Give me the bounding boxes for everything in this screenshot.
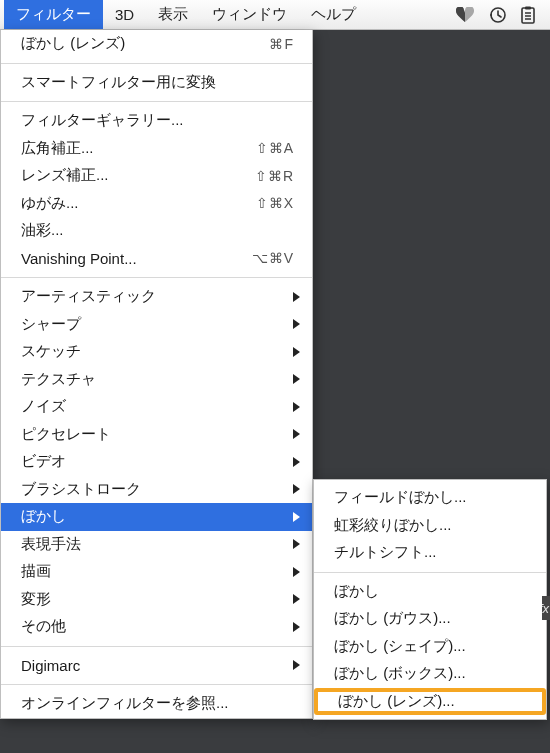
submenu-caret-icon — [293, 622, 300, 632]
filter-menu: ぼかし (レンズ) ⌘F スマートフィルター用に変換 フィルターギャラリー...… — [0, 30, 313, 719]
menu-item-label: フィルターギャラリー... — [21, 111, 294, 130]
menu-item-texture[interactable]: テクスチャ — [1, 366, 312, 394]
menu-item-label: ぼかし — [21, 507, 294, 526]
submenu-caret-icon — [293, 512, 300, 522]
menu-item-browse-online-filters[interactable]: オンラインフィルターを参照... — [1, 690, 312, 718]
menu-item-label: 広角補正... — [21, 139, 256, 158]
menu-item-label: フィールドぼかし... — [334, 488, 528, 507]
submenu-item-shape-blur[interactable]: ぼかし (シェイプ)... — [314, 633, 546, 661]
menu-item-shortcut: ⇧⌘R — [255, 168, 294, 184]
menu-separator — [1, 646, 312, 647]
menu-item-label: 描画 — [21, 562, 294, 581]
menu-item-filter-gallery[interactable]: フィルターギャラリー... — [1, 107, 312, 135]
menu-item-video[interactable]: ビデオ — [1, 448, 312, 476]
menu-item-label: テクスチャ — [21, 370, 294, 389]
submenu-item-lens-blur[interactable]: ぼかし (レンズ)... — [314, 688, 546, 716]
submenu-item-field-blur[interactable]: フィールドぼかし... — [314, 484, 546, 512]
menu-item-stylize[interactable]: 表現手法 — [1, 531, 312, 559]
menu-separator — [314, 572, 546, 573]
menu-item-label: 変形 — [21, 590, 294, 609]
menu-item-label: 油彩... — [21, 221, 294, 240]
menu-item-shortcut: ⌥⌘V — [252, 250, 294, 266]
submenu-caret-icon — [293, 402, 300, 412]
menu-item-label: ぼかし (レンズ) — [21, 34, 269, 53]
menu-separator — [1, 63, 312, 64]
menu-separator — [1, 277, 312, 278]
menu-item-label: チルトシフト... — [334, 543, 528, 562]
submenu-caret-icon — [293, 319, 300, 329]
fx-badge: fx — [542, 596, 550, 620]
heart-icon[interactable] — [456, 7, 474, 23]
menu-item-label: 虹彩絞りぼかし... — [334, 516, 528, 535]
menu-item-label: ぼかし (ガウス)... — [334, 609, 528, 628]
menu-item-label: ビデオ — [21, 452, 294, 471]
menu-item-other[interactable]: その他 — [1, 613, 312, 641]
menubar-item-window[interactable]: ウィンドウ — [200, 0, 299, 29]
menubar: フィルター 3D 表示 ウィンドウ ヘルプ — [0, 0, 550, 30]
menu-item-distort[interactable]: 変形 — [1, 586, 312, 614]
menu-item-convert-smart-filter[interactable]: スマートフィルター用に変換 — [1, 69, 312, 97]
menu-item-label: ぼかし (シェイプ)... — [334, 637, 528, 656]
menu-item-label: レンズ補正... — [21, 166, 255, 185]
menu-item-label: ぼかし (レンズ)... — [338, 692, 524, 711]
fx-label: fx — [542, 601, 549, 616]
submenu-caret-icon — [293, 660, 300, 670]
menu-item-label: ピクセレート — [21, 425, 294, 444]
submenu-item-blur[interactable]: ぼかし — [314, 578, 546, 606]
submenu-caret-icon — [293, 594, 300, 604]
menu-item-shortcut: ⌘F — [269, 36, 294, 52]
menu-item-brush-strokes[interactable]: ブラシストローク — [1, 476, 312, 504]
menu-item-label: オンラインフィルターを参照... — [21, 694, 294, 713]
menubar-item-label: ウィンドウ — [212, 5, 287, 24]
menu-separator — [1, 684, 312, 685]
menu-item-label: ノイズ — [21, 397, 294, 416]
menu-item-label: アーティスティック — [21, 287, 294, 306]
menubar-item-view[interactable]: 表示 — [146, 0, 200, 29]
submenu-item-tilt-shift[interactable]: チルトシフト... — [314, 539, 546, 567]
menu-item-oil-paint[interactable]: 油彩... — [1, 217, 312, 245]
menubar-item-label: 表示 — [158, 5, 188, 24]
submenu-caret-icon — [293, 484, 300, 494]
menu-item-shortcut: ⇧⌘X — [256, 195, 294, 211]
menu-item-label: スマートフィルター用に変換 — [21, 73, 294, 92]
menu-item-liquify[interactable]: ゆがみ... ⇧⌘X — [1, 190, 312, 218]
menu-item-pixelate[interactable]: ピクセレート — [1, 421, 312, 449]
submenu-caret-icon — [293, 457, 300, 467]
menu-item-label: その他 — [21, 617, 294, 636]
menu-item-vanishing-point[interactable]: Vanishing Point... ⌥⌘V — [1, 245, 312, 273]
menu-item-label: ゆがみ... — [21, 194, 256, 213]
menubar-item-label: ヘルプ — [311, 5, 356, 24]
menu-item-digimarc[interactable]: Digimarc — [1, 652, 312, 680]
menu-item-lens-correction[interactable]: レンズ補正... ⇧⌘R — [1, 162, 312, 190]
submenu-caret-icon — [293, 374, 300, 384]
menu-item-shortcut: ⇧⌘A — [256, 140, 294, 156]
submenu-item-box-blur[interactable]: ぼかし (ボックス)... — [314, 660, 546, 688]
menu-item-label: 表現手法 — [21, 535, 294, 554]
submenu-item-gaussian-blur[interactable]: ぼかし (ガウス)... — [314, 605, 546, 633]
menu-item-blur[interactable]: ぼかし — [1, 503, 312, 531]
history-icon[interactable] — [488, 6, 506, 24]
menubar-item-filter[interactable]: フィルター — [4, 0, 103, 29]
submenu-caret-icon — [293, 567, 300, 577]
menubar-item-3d[interactable]: 3D — [103, 0, 146, 29]
menu-item-sketch[interactable]: スケッチ — [1, 338, 312, 366]
menu-item-noise[interactable]: ノイズ — [1, 393, 312, 421]
menu-item-label: ぼかし (ボックス)... — [334, 664, 528, 683]
submenu-caret-icon — [293, 429, 300, 439]
submenu-caret-icon — [293, 539, 300, 549]
menu-item-label: ブラシストローク — [21, 480, 294, 499]
menu-item-artistic[interactable]: アーティスティック — [1, 283, 312, 311]
menu-item-adaptive-wide-angle[interactable]: 広角補正... ⇧⌘A — [1, 135, 312, 163]
svg-rect-2 — [525, 6, 531, 9]
menu-item-sharpen[interactable]: シャープ — [1, 311, 312, 339]
clipboard-icon[interactable] — [520, 6, 536, 24]
menubar-item-help[interactable]: ヘルプ — [299, 0, 368, 29]
menu-item-label: スケッチ — [21, 342, 294, 361]
menu-item-label: Vanishing Point... — [21, 250, 252, 267]
menu-item-render[interactable]: 描画 — [1, 558, 312, 586]
menu-item-label: シャープ — [21, 315, 294, 334]
submenu-item-iris-blur[interactable]: 虹彩絞りぼかし... — [314, 512, 546, 540]
menubar-item-label: フィルター — [16, 5, 91, 24]
menu-item-last-filter[interactable]: ぼかし (レンズ) ⌘F — [1, 30, 312, 58]
menu-separator — [1, 101, 312, 102]
